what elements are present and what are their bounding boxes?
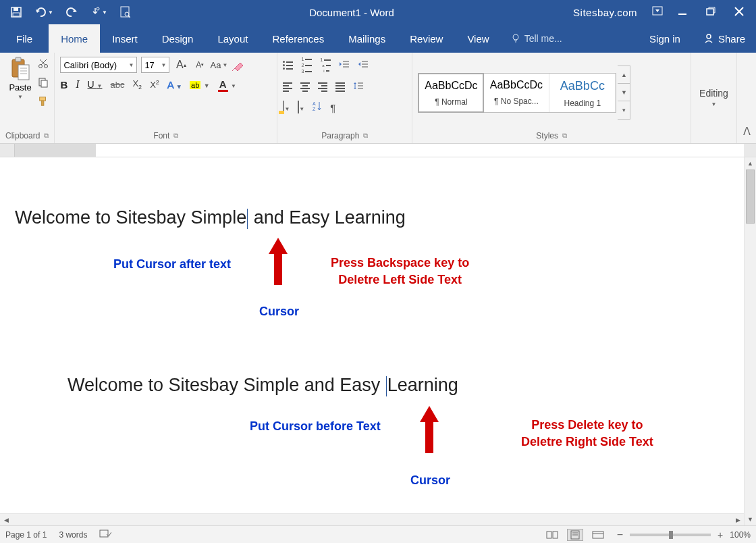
dropdown-caret-icon[interactable]: ▼	[102, 9, 107, 16]
align-right-button[interactable]	[318, 82, 327, 92]
svg-rect-9	[707, 9, 713, 15]
ribbon-display-options-icon[interactable]	[652, 6, 663, 18]
tell-me-search[interactable]: Tell me...	[502, 24, 572, 53]
shading-button[interactable]: ▼	[283, 101, 290, 113]
tab-references[interactable]: References	[260, 24, 336, 53]
scroll-left-button[interactable]: ◀	[0, 514, 12, 525]
font-size-combo[interactable]: 17▼	[141, 57, 169, 73]
zoom-out-button[interactable]: −	[617, 529, 623, 541]
justify-button[interactable]	[335, 82, 345, 92]
sign-in-button[interactable]: Sign in	[637, 24, 693, 53]
shrink-font-button[interactable]: A▾	[192, 57, 207, 72]
close-button[interactable]	[734, 7, 744, 18]
style-heading-1[interactable]: AaBbCc Heading 1	[549, 74, 616, 112]
dropdown-caret-icon[interactable]: ▼	[18, 94, 23, 100]
scroll-track[interactable]	[12, 514, 732, 525]
style-normal[interactable]: AaBbCcDc ¶ Normal	[418, 73, 484, 113]
web-layout-button[interactable]	[590, 529, 606, 541]
tab-design[interactable]: Design	[150, 24, 206, 53]
font-color-button[interactable]: A ▼	[218, 78, 236, 90]
scroll-thumb[interactable]	[746, 170, 755, 224]
tab-view[interactable]: View	[455, 24, 501, 53]
spell-check-icon[interactable]	[99, 529, 111, 540]
text-effects-button[interactable]: A ▼	[167, 79, 182, 90]
italic-button[interactable]: I	[76, 78, 79, 90]
read-mode-button[interactable]	[544, 529, 560, 541]
cut-button[interactable]	[38, 58, 49, 72]
increase-indent-button[interactable]	[358, 59, 369, 72]
scroll-down-button[interactable]: ▼	[745, 513, 756, 525]
editing-button[interactable]: Editing ▼	[697, 57, 731, 138]
sort-button[interactable]: AZ	[313, 101, 322, 114]
horizontal-ruler[interactable]	[0, 144, 756, 157]
gallery-more-button[interactable]: ▾	[618, 101, 630, 119]
bullets-button[interactable]	[283, 61, 293, 70]
scroll-right-button[interactable]: ▶	[732, 514, 744, 525]
tab-file[interactable]: File	[0, 24, 49, 53]
grow-font-button[interactable]: A▴	[173, 57, 188, 72]
subscript-button[interactable]: X2	[132, 78, 142, 90]
tab-home[interactable]: Home	[49, 24, 100, 53]
align-center-button[interactable]	[300, 82, 310, 92]
clear-formatting-button[interactable]	[230, 57, 245, 72]
minimize-button[interactable]	[678, 7, 687, 18]
style-no-spacing[interactable]: AaBbCcDc ¶ No Spac...	[483, 74, 549, 112]
decrease-indent-button[interactable]	[339, 59, 350, 72]
zoom-slider[interactable]	[630, 534, 711, 536]
dialog-launcher-icon[interactable]: ⧉	[173, 132, 178, 140]
dropdown-caret-icon[interactable]: ▼	[48, 9, 53, 16]
share-button[interactable]: Share	[693, 24, 756, 53]
font-name-combo[interactable]: Calibri (Body)▼	[60, 57, 137, 73]
word-count[interactable]: 3 words	[59, 530, 87, 540]
page-indicator[interactable]: Page 1 of 1	[5, 530, 47, 540]
change-case-button[interactable]: Aa▼	[211, 57, 226, 72]
svg-rect-42	[100, 530, 108, 537]
group-styles: AaBbCcDc ¶ Normal AaBbCcDc ¶ No Spac... …	[412, 53, 691, 143]
tab-insert[interactable]: Insert	[100, 24, 150, 53]
borders-button[interactable]: ▼	[298, 101, 304, 113]
align-left-button[interactable]	[283, 82, 292, 92]
copy-button[interactable]	[38, 77, 49, 90]
horizontal-scrollbar[interactable]: ◀ ▶	[0, 513, 744, 525]
tab-mailings[interactable]: Mailings	[336, 24, 398, 53]
dialog-launcher-icon[interactable]: ⧉	[363, 132, 368, 140]
svg-rect-28	[40, 97, 46, 101]
vertical-scrollbar[interactable]: ▲ ▼	[744, 157, 756, 525]
underline-button[interactable]: U ▼	[88, 79, 103, 90]
print-preview-button[interactable]	[119, 6, 130, 18]
highlight-button[interactable]: ab ▼	[190, 78, 210, 90]
zoom-slider-thumb[interactable]	[669, 531, 673, 539]
undo-button[interactable]: ▼	[34, 7, 53, 18]
zoom-level[interactable]: 100%	[730, 530, 751, 540]
print-layout-button[interactable]	[567, 529, 583, 541]
dialog-launcher-icon[interactable]: ⧉	[44, 132, 49, 140]
strikethrough-button[interactable]: abc	[110, 80, 124, 90]
document-page[interactable]: Welcome to Sitesbay Simple and Easy Lear…	[0, 157, 744, 513]
superscript-button[interactable]: X2	[150, 79, 159, 90]
zoom-controls: − + 100%	[617, 529, 751, 541]
format-painter-button[interactable]	[38, 96, 49, 109]
save-icon[interactable]	[10, 6, 22, 18]
redo-button[interactable]	[65, 7, 78, 18]
multilevel-list-button[interactable]: 1ai	[320, 57, 331, 73]
group-label: Clipboard	[5, 131, 40, 140]
collapse-ribbon-button[interactable]: ᐱ	[737, 53, 756, 143]
line-spacing-button[interactable]	[353, 80, 364, 94]
gallery-up-button[interactable]: ▲	[618, 66, 630, 84]
scroll-up-button[interactable]: ▲	[745, 157, 756, 170]
document-text-line-1[interactable]: Welcome to Sitesbay Simple and Easy Lear…	[15, 207, 406, 229]
dialog-launcher-icon[interactable]: ⧉	[562, 132, 567, 140]
paste-button[interactable]: Paste ▼	[5, 57, 35, 128]
text-cursor-icon	[386, 376, 387, 396]
bold-button[interactable]: B	[60, 79, 68, 90]
show-marks-button[interactable]: ¶	[330, 102, 335, 113]
zoom-in-button[interactable]: +	[718, 529, 723, 540]
numbering-button[interactable]: 123	[301, 57, 312, 74]
restore-button[interactable]	[706, 7, 716, 18]
document-text-line-2[interactable]: Welcome to Sitesbay Simple and Easy Lear…	[68, 375, 458, 396]
tab-review[interactable]: Review	[398, 24, 455, 53]
scroll-track[interactable]	[745, 170, 756, 513]
quick-print-button[interactable]: ▼	[90, 7, 107, 18]
gallery-down-button[interactable]: ▼	[618, 84, 630, 101]
tab-layout[interactable]: Layout	[205, 24, 260, 53]
